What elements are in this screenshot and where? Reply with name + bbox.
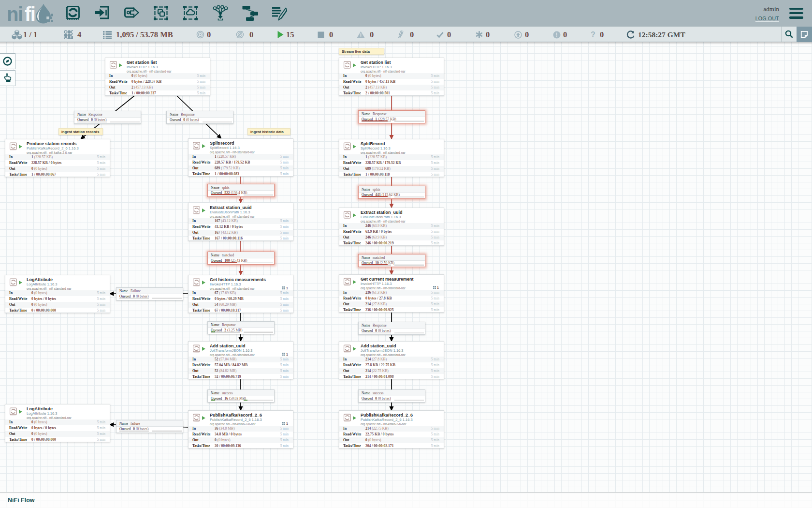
svg-text:fi: fi (25, 3, 35, 25)
svg-text:ni: ni (7, 3, 23, 25)
